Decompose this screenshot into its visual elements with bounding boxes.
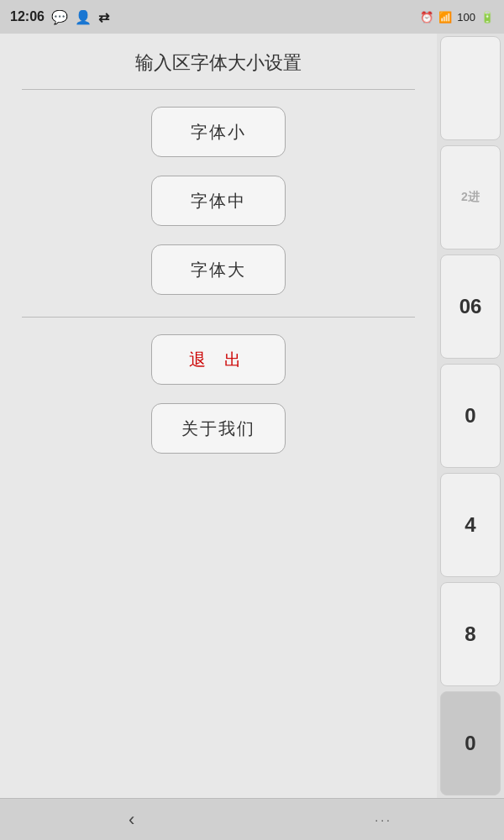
font-small-button[interactable]: 字体小 [151, 107, 286, 157]
person-icon: 👤 [75, 9, 92, 25]
right-cell-3: 06 [440, 255, 501, 359]
exit-button[interactable]: 退 出 [151, 334, 286, 385]
more-button[interactable]: ··· [375, 813, 392, 827]
right-panel: 2进 06 0 4 8 0 [437, 34, 504, 798]
right-cell-2: 2进 [440, 145, 501, 249]
chat-icon: 💬 [51, 9, 68, 25]
right-cell-6: 8 [440, 582, 501, 686]
top-divider [22, 89, 415, 90]
page-title: 输入区字体大小设置 [135, 50, 302, 76]
battery-icon: 🔋 [480, 11, 494, 24]
status-right: ⏰ 📶 100 🔋 [420, 11, 494, 24]
right-cell-5: 4 [440, 473, 501, 577]
right-cell-1 [440, 36, 501, 140]
left-panel: 输入区字体大小设置 字体小 字体中 字体大 退 出 关于我们 [0, 34, 437, 798]
main-layout: 输入区字体大小设置 字体小 字体中 字体大 退 出 关于我们 2进 06 0 4… [0, 34, 504, 798]
status-bar: 12:06 💬 👤 ⇄ ⏰ 📶 100 🔋 [0, 0, 504, 34]
bottom-divider [22, 317, 415, 318]
battery-level: 100 [457, 11, 475, 24]
bottom-nav: ‹ ··· [0, 798, 504, 840]
signal-icon: 📶 [438, 11, 452, 24]
font-large-button[interactable]: 字体大 [151, 244, 286, 295]
right-cell-7: 0 [440, 691, 501, 795]
right-cell-4: 0 [440, 364, 501, 468]
status-left: 12:06 💬 👤 ⇄ [10, 9, 109, 25]
usb-icon: ⇄ [98, 9, 109, 25]
status-time: 12:06 [10, 9, 45, 24]
back-button[interactable]: ‹ [112, 802, 151, 837]
about-button[interactable]: 关于我们 [151, 403, 286, 454]
alarm-icon: ⏰ [420, 11, 433, 24]
font-medium-button[interactable]: 字体中 [151, 176, 286, 226]
